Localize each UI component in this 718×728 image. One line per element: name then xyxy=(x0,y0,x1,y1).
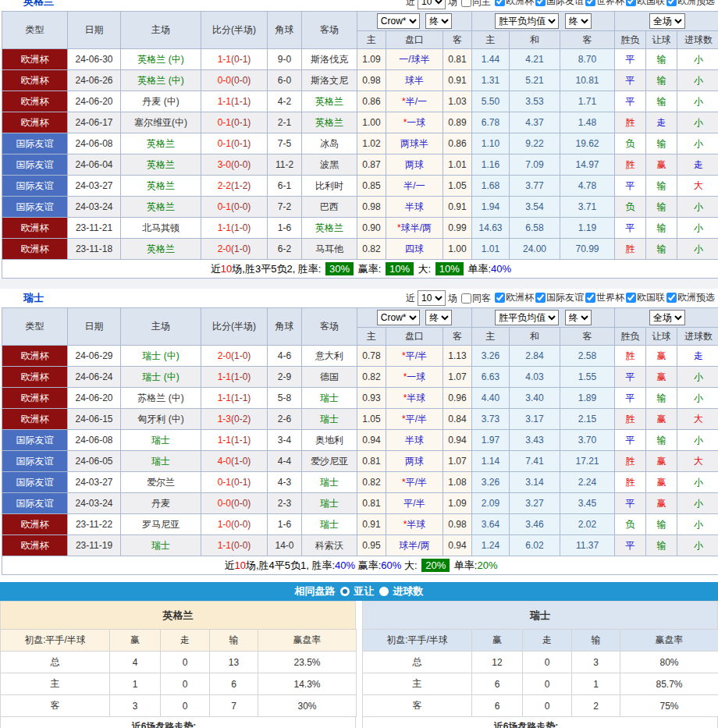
road-col-win: 赢 xyxy=(472,630,523,652)
cell-competition: 欧洲杯 xyxy=(2,91,68,112)
cell-goals-result: 小 xyxy=(677,493,718,514)
competition-checkbox[interactable] xyxy=(495,293,505,303)
section-divider xyxy=(0,575,718,582)
bookmaker-select[interactable]: Crow* xyxy=(377,13,420,29)
cell-avg-away: 3.70 xyxy=(560,430,615,451)
cell-corners: 2-3 xyxy=(268,493,302,514)
cell-wdl-result: 平 xyxy=(615,388,646,409)
road-push-count: 0 xyxy=(161,673,210,695)
col-home: 主场 xyxy=(121,308,201,346)
cell-away-odds: 1.07 xyxy=(443,451,472,472)
cell-avg-away: 11.37 xyxy=(560,535,615,556)
cell-competition: 欧洲杯 xyxy=(2,367,68,388)
avg-odds-select[interactable]: 胜平负均值 xyxy=(495,310,559,325)
cell-away-odds: 1.00 xyxy=(443,239,472,260)
cell-avg-draw: 5.21 xyxy=(510,70,560,91)
summary-segment: 60% xyxy=(381,559,401,571)
competition-checkbox[interactable] xyxy=(535,0,546,6)
cell-corners: 9-0 xyxy=(268,49,302,70)
bookmaker-select[interactable]: Crow* xyxy=(377,310,420,325)
cell-avg-home: 1.94 xyxy=(472,197,510,218)
cell-avg-home: 1.44 xyxy=(472,49,510,70)
cell-home-odds: 0.82 xyxy=(357,239,386,260)
cell-away-team: 爱沙尼亚 xyxy=(302,451,357,472)
cell-avg-away: 8.70 xyxy=(560,49,615,70)
competition-checkbox[interactable] xyxy=(585,0,595,6)
swiss-title-link[interactable]: 瑞士 xyxy=(23,291,44,305)
match-row: 国际友谊 24-03-24 英格兰 0-1(0-0) 7-2 巴西 0.98 半… xyxy=(2,197,718,218)
summary-segment: 单率: xyxy=(465,263,491,275)
road-win-rate: 30% xyxy=(258,695,357,717)
book-period-select[interactable]: 终 xyxy=(425,13,452,29)
same-venue-checkbox[interactable] xyxy=(461,293,471,304)
cell-away-odds: 1.09 xyxy=(443,493,472,514)
cell-avg-away: 70.99 xyxy=(560,239,615,260)
cell-home-odds: 0.78 xyxy=(357,346,386,367)
avg-period-select[interactable]: 终 xyxy=(565,13,592,29)
competition-checkbox[interactable] xyxy=(626,0,636,6)
cell-date: 24-06-20 xyxy=(68,91,121,112)
cell-avg-draw: 3.53 xyxy=(510,91,560,112)
cell-score: 1-1(1-1) xyxy=(201,91,268,112)
cell-corners: 11-2 xyxy=(268,154,302,176)
swiss-road-team: 瑞士 xyxy=(362,601,718,629)
england-summary: 近10场,胜3平5负2, 胜率: 30% 赢率: 10% 大: 10% 单率:4… xyxy=(2,260,718,279)
cell-avg-home: 6.78 xyxy=(472,112,510,133)
cell-avg-away: 2.24 xyxy=(560,472,615,493)
road-col-lose: 输 xyxy=(210,630,258,652)
cell-home-team: 英格兰 xyxy=(121,154,201,176)
cell-competition: 国际友谊 xyxy=(2,176,68,197)
competition-label: 世界杯 xyxy=(596,0,624,8)
book-period-select[interactable]: 终 xyxy=(425,310,452,325)
cell-avg-draw: 3.40 xyxy=(510,388,560,409)
avg-odds-select[interactable]: 胜平负均值 xyxy=(495,13,559,29)
match-row: 国际友谊 24-03-27 爱尔兰 0-1(0-1) 4-3 瑞士 0.82 *… xyxy=(2,472,718,493)
road-col-push: 走 xyxy=(161,630,210,652)
cell-away-odds: 0.94 xyxy=(443,430,472,451)
avg-period-select[interactable]: 终 xyxy=(565,310,592,325)
cell-home-odds: 0.86 xyxy=(357,91,386,112)
road-lose-count: 13 xyxy=(210,652,258,673)
recent-count-select[interactable]: 10 xyxy=(418,290,446,306)
asian-handicap-radio[interactable] xyxy=(340,587,350,596)
competition-checkbox[interactable] xyxy=(585,293,595,303)
road-win-rate: 75% xyxy=(620,695,718,717)
col-goals: 进球数 xyxy=(677,31,718,49)
cell-home-team: 北马其顿 xyxy=(121,218,201,239)
road-win-count: 6 xyxy=(472,673,523,695)
recent-count-select[interactable]: 10 xyxy=(418,0,446,9)
cell-home-team: 爱尔兰 xyxy=(121,472,201,493)
competition-checkbox[interactable] xyxy=(666,0,677,6)
scope-select[interactable]: 全场 xyxy=(649,310,685,325)
same-venue-checkbox[interactable] xyxy=(461,0,471,7)
cell-goals-result: 大 xyxy=(677,176,718,197)
cell-wdl-result: 平 xyxy=(615,430,646,451)
competition-checkbox[interactable] xyxy=(495,0,505,6)
competition-checkbox[interactable] xyxy=(535,293,546,303)
competition-label: 世界杯 xyxy=(596,291,624,304)
cell-wdl-result: 胜 xyxy=(615,346,646,367)
cell-date: 24-03-27 xyxy=(68,472,121,493)
col-let: 让球 xyxy=(646,31,677,49)
cell-handicap: 半球 xyxy=(386,430,443,451)
cell-home-team: 瑞士 (中) xyxy=(121,346,201,367)
competition-checkbox[interactable] xyxy=(666,293,677,303)
col-handicap: 盘口 xyxy=(386,31,443,49)
summary-segment: 20% xyxy=(421,559,450,572)
cell-avg-draw: 3.43 xyxy=(510,430,560,451)
england-title-link[interactable]: 英格兰 xyxy=(23,0,54,9)
cell-score: 1-1(0-1) xyxy=(201,49,268,70)
scope-header: 全场 xyxy=(615,12,718,31)
match-row: 国际友谊 24-06-08 瑞士 1-1(1-1) 3-4 奥地利 0.94 半… xyxy=(2,430,718,451)
competition-checkbox[interactable] xyxy=(626,293,636,303)
avg-odds-header: 胜平负均值 终 xyxy=(472,308,615,328)
goals-radio[interactable] xyxy=(379,587,389,596)
cell-wdl-result: 胜 xyxy=(615,154,646,176)
cell-competition: 欧洲杯 xyxy=(2,388,68,409)
match-row: 国际友谊 24-06-04 英格兰 3-0(0-0) 11-2 波黑 0.87 … xyxy=(2,154,718,176)
same-road-bar: 相同盘路 亚让 进球数 xyxy=(0,582,718,601)
cell-goals-result: 小 xyxy=(677,535,718,556)
cell-handicap-result: 输 xyxy=(646,91,677,112)
cell-away-team: 比利时 xyxy=(302,176,357,197)
scope-select[interactable]: 全场 xyxy=(649,13,685,29)
